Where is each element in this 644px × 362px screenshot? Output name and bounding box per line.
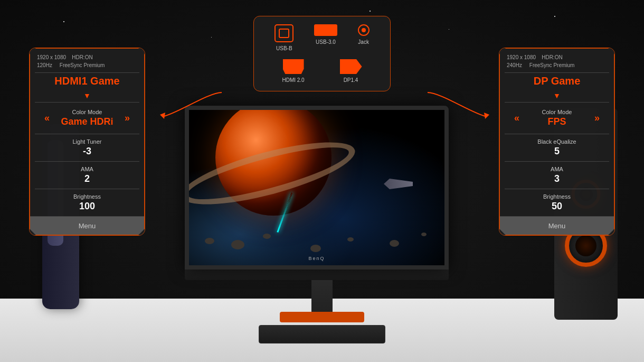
left-ama-label: AMA [37,166,137,172]
right-hdr: HDR:ON [542,54,562,60]
ports-panel: USB-B USB-3.0 Jack HDMI 2.0 DP1.4 [253,16,391,91]
right-black-eq-section: Black eQualize 5 [499,134,614,161]
hdmi-label: HDMI 2.0 [282,77,304,83]
left-refresh: 120Hz [37,62,52,68]
left-light-tuner-value: -3 [37,146,137,157]
right-ama-label: AMA [507,166,607,172]
asteroid [390,240,399,247]
left-brightness-label: Brightness [37,193,137,200]
left-light-tuner-section: Light Tuner -3 [30,134,145,161]
usb3-label: USB-3.0 [316,39,336,45]
arrow-left [156,82,224,124]
right-osd-panel: 1920 x 1080 HDR:ON 240Hz FreeSync Premiu… [499,48,615,236]
left-ama-section: AMA 2 [30,162,145,189]
arrow-right [425,82,494,124]
usb-b-icon [274,24,293,42]
right-arrow-down: ▼ [499,91,614,100]
right-osd-title: DP Game [505,75,609,87]
port-dp: DP1.4 [340,59,362,83]
port-usb-b: USB-B [274,24,293,51]
jack-label: Jack [358,39,369,45]
left-arrow-prev[interactable]: « [44,113,50,124]
right-black-eq-value: 5 [507,146,607,157]
usb-b-label: USB-B [276,45,292,51]
svg-marker-0 [160,113,165,119]
hdmi-icon [283,59,304,74]
left-arrow-down: ▼ [30,91,145,100]
left-color-mode-section: « Color Mode Game HDRi » [30,103,145,134]
ports-row-bottom: HDMI 2.0 DP1.4 [264,59,380,83]
jack-icon [358,24,370,36]
monitor-neck [311,280,333,312]
monitor-base [280,312,364,322]
asteroid [310,245,321,252]
right-menu-button[interactable]: Menu [499,216,614,235]
left-nav-row: « Color Mode Game HDRi » [37,106,137,131]
right-osd-top-info: 1920 x 1080 HDR:ON 240Hz FreeSync Premiu… [499,48,614,72]
left-resolution: 1920 x 1080 [37,54,66,60]
monitor: BenQ [185,106,459,344]
left-brightness-section: Brightness 100 [30,189,145,216]
right-ama-value: 3 [507,173,607,184]
right-color-mode-section: « Color Mode FPS » [499,103,614,134]
right-black-eq-label: Black eQualize [507,138,607,145]
left-title-row: HDMI1 Game [30,73,145,91]
monitor-bezel-bottom [185,270,449,280]
star [370,11,371,12]
dp-icon [340,59,362,74]
left-osd-title: HDMI1 Game [35,75,139,87]
left-color-mode-value: Game HDRi [50,116,125,127]
svg-marker-1 [484,113,489,119]
asteroid [263,234,271,239]
star [449,29,449,30]
keyboard [259,325,385,344]
left-menu-button[interactable]: Menu [30,216,145,235]
left-osd-panel: 1920 x 1080 HDR:ON 120Hz FreeSync Premiu… [29,48,145,236]
usb3-icon [314,24,337,36]
right-brightness-section: Brightness 50 [499,189,614,216]
monitor-screen: BenQ [189,110,444,265]
right-brightness-label: Brightness [507,193,607,200]
right-color-mode-label: Color Mode [519,109,594,115]
left-color-mode-label: Color Mode [50,109,125,115]
monitor-frame: BenQ [185,106,449,270]
star [211,37,212,38]
right-nav-row: « Color Mode FPS » [507,106,607,131]
ports-row-top: USB-B USB-3.0 Jack [264,24,380,51]
dp-label: DP1.4 [344,77,358,83]
left-sync: FreeSync Premium [60,62,105,68]
left-brightness-value: 100 [37,201,137,212]
right-arrow-prev[interactable]: « [514,113,519,124]
star [63,21,64,22]
port-jack: Jack [358,24,370,51]
asteroid [205,238,214,244]
left-hdr: HDR:ON [72,54,92,60]
right-ama-section: AMA 3 [499,162,614,189]
asteroid [231,240,244,249]
star [554,16,555,17]
right-color-mode-value: FPS [519,116,594,127]
left-light-tuner-label: Light Tuner [37,138,137,145]
right-resolution: 1920 x 1080 [507,54,536,60]
left-osd-top-info: 1920 x 1080 HDR:ON 120Hz FreeSync Premiu… [30,48,145,72]
right-sync: FreeSync Premium [529,62,575,68]
port-hdmi: HDMI 2.0 [282,59,304,83]
left-ama-value: 2 [37,173,137,184]
right-title-row: DP Game [499,73,614,91]
asteroid [347,237,354,242]
port-usb3: USB-3.0 [314,24,337,51]
right-arrow-next[interactable]: » [594,113,600,124]
right-brightness-value: 50 [507,201,607,212]
benq-logo: BenQ [308,256,325,261]
left-arrow-next[interactable]: » [125,113,130,124]
asteroid [421,233,427,236]
right-refresh: 240Hz [507,62,522,68]
